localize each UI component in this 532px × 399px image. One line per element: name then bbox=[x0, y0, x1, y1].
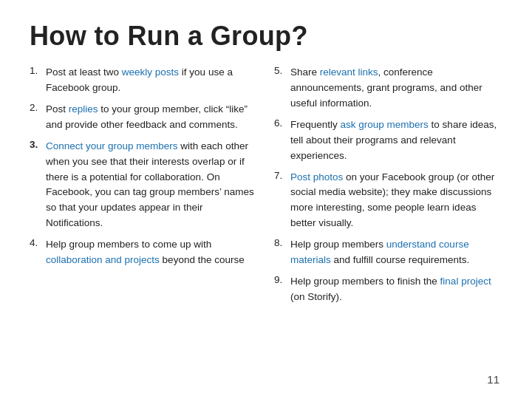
highlighted-text: relevant links bbox=[320, 66, 378, 78]
highlighted-text: weekly posts bbox=[122, 66, 179, 78]
highlighted-text: collaboration and projects bbox=[46, 254, 160, 265]
right-list-item: 6.Frequently ask group members to share … bbox=[274, 117, 502, 164]
highlighted-text: final project bbox=[440, 276, 491, 287]
highlighted-text: Post photos bbox=[290, 171, 343, 183]
right-number: 5. bbox=[274, 65, 290, 76]
right-list-item: 7.Post photos on your Facebook group (or… bbox=[274, 170, 502, 232]
right-number: 9. bbox=[274, 274, 290, 285]
right-number: 8. bbox=[274, 237, 290, 248]
right-text: Help group members to finish the final p… bbox=[290, 274, 502, 305]
left-list: 1.Post at least two weekly posts if you … bbox=[30, 65, 258, 268]
list-text: Connect your group members with each oth… bbox=[46, 139, 258, 232]
list-number: 1. bbox=[30, 65, 46, 76]
right-text: Frequently ask group members to share id… bbox=[290, 117, 502, 164]
list-text: Post replies to your group member, click… bbox=[46, 102, 258, 133]
list-text: Help group members to come up with colla… bbox=[46, 237, 258, 268]
highlighted-text: Connect your group members bbox=[46, 140, 178, 151]
left-column: 1.Post at least two weekly posts if you … bbox=[30, 65, 264, 311]
list-item: 2.Post replies to your group member, cli… bbox=[30, 102, 258, 133]
right-list: 5.Share relevant links, conference annou… bbox=[274, 65, 502, 305]
right-text: Help group members understand course mat… bbox=[290, 237, 502, 268]
list-item: 1.Post at least two weekly posts if you … bbox=[30, 65, 258, 96]
list-number: 3. bbox=[30, 139, 46, 150]
page-number: 11 bbox=[487, 373, 499, 386]
right-text: Share relevant links, conference announc… bbox=[290, 65, 502, 112]
right-number: 6. bbox=[274, 117, 290, 129]
highlighted-text: understand course materials bbox=[290, 239, 469, 265]
right-list-item: 9.Help group members to finish the final… bbox=[274, 274, 502, 305]
right-text: Post photos on your Facebook group (or o… bbox=[290, 170, 502, 232]
right-number: 7. bbox=[274, 170, 290, 181]
right-column: 5.Share relevant links, conference annou… bbox=[271, 65, 502, 311]
list-item: 4.Help group members to come up with col… bbox=[30, 237, 258, 268]
list-number: 4. bbox=[30, 237, 46, 248]
right-list-item: 8.Help group members understand course m… bbox=[274, 237, 502, 268]
highlighted-text: ask group members bbox=[341, 119, 429, 130]
list-text: Post at least two weekly posts if you us… bbox=[46, 65, 258, 96]
list-item: 3.Connect your group members with each o… bbox=[30, 139, 258, 232]
page: How to Run a Group? 1.Post at least two … bbox=[0, 0, 532, 399]
right-list-item: 5.Share relevant links, conference annou… bbox=[274, 65, 502, 112]
page-title: How to Run a Group? bbox=[30, 21, 502, 52]
list-number: 2. bbox=[30, 102, 46, 113]
highlighted-text: replies bbox=[69, 103, 98, 115]
content-area: 1.Post at least two weekly posts if you … bbox=[30, 65, 502, 311]
